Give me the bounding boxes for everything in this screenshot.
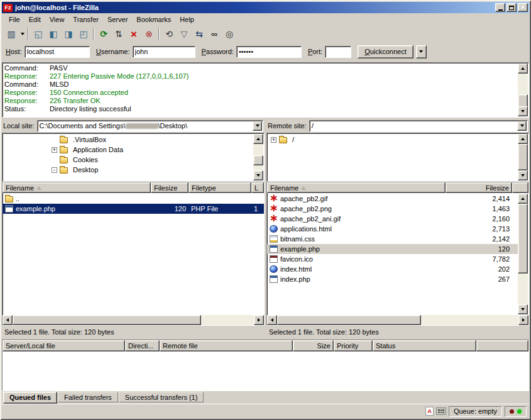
quickconnect-dropdown-button[interactable] bbox=[416, 45, 427, 58]
scroll-up-button[interactable] bbox=[253, 134, 263, 144]
file-row[interactable]: index.php267 bbox=[267, 274, 518, 284]
reconnect-button[interactable] bbox=[161, 27, 177, 41]
file-row-selected[interactable]: example.php 120 PHP File 1 bbox=[3, 204, 264, 214]
scroll-up-button[interactable] bbox=[518, 194, 528, 204]
local-site-combo[interactable]: C:\Documents and Settings\\Desktop\ bbox=[37, 120, 263, 132]
host-input[interactable] bbox=[25, 46, 90, 58]
remote-status-text: Selected 1 file. Total size: 120 bytes bbox=[266, 326, 529, 338]
password-input[interactable] bbox=[236, 46, 302, 58]
file-row[interactable]: applications.html2,713 bbox=[267, 224, 518, 234]
tree-item[interactable]: -Desktop bbox=[4, 165, 253, 175]
file-row[interactable]: apache_pb2_ani.gif2,160 bbox=[267, 214, 518, 224]
site-manager-dropdown[interactable] bbox=[19, 27, 26, 41]
scrollbar-thumb[interactable] bbox=[13, 315, 201, 325]
menu-bookmarks[interactable]: Bookmarks bbox=[132, 14, 175, 25]
remote-site-combo[interactable]: / bbox=[309, 120, 528, 132]
column-filesize[interactable]: Filesize bbox=[151, 182, 189, 193]
toggle-remote-tree-button[interactable] bbox=[61, 27, 76, 41]
tree-toggle[interactable]: + bbox=[52, 147, 57, 153]
column-filetype[interactable]: Filetype bbox=[189, 182, 251, 193]
scroll-down-button[interactable] bbox=[518, 106, 528, 116]
toggle-message-log-button[interactable] bbox=[31, 27, 46, 41]
close-button[interactable]: × bbox=[518, 3, 528, 12]
scrollbar-thumb[interactable] bbox=[518, 144, 528, 170]
remote-tree-scrollbar[interactable] bbox=[518, 134, 528, 180]
tree-item[interactable]: +/ bbox=[268, 135, 517, 145]
scroll-down-button[interactable] bbox=[518, 304, 528, 314]
file-row[interactable]: .. bbox=[3, 194, 264, 204]
username-input[interactable] bbox=[133, 46, 195, 58]
maximize-button[interactable] bbox=[506, 3, 517, 12]
scrollbar-thumb[interactable] bbox=[518, 204, 528, 274]
remote-site-dropdown[interactable] bbox=[517, 121, 527, 131]
scroll-up-button[interactable] bbox=[518, 64, 528, 74]
file-row[interactable]: bitnami.css2,142 bbox=[267, 234, 518, 244]
file-row[interactable]: apache_pb2.gif2,414 bbox=[267, 194, 518, 204]
toggle-queue-button[interactable] bbox=[76, 27, 91, 41]
remote-tree-icon bbox=[64, 30, 72, 38]
tree-item[interactable]: .VirtualBox bbox=[4, 135, 253, 145]
log-line: Command:PASV bbox=[4, 64, 517, 72]
remote-horizontal-scrollbar[interactable] bbox=[267, 315, 528, 325]
remote-files-pane: Filename Filesize apache_pb2.gif2,414 ap… bbox=[266, 182, 529, 338]
folder-icon bbox=[5, 196, 13, 202]
scroll-left-button[interactable] bbox=[3, 315, 13, 325]
column-status[interactable]: Status bbox=[373, 340, 476, 351]
scroll-up-button[interactable] bbox=[518, 134, 528, 144]
scroll-right-button[interactable] bbox=[254, 315, 264, 325]
tab-queued-files[interactable]: Queued files bbox=[3, 392, 57, 404]
toggle-local-tree-button[interactable] bbox=[46, 27, 61, 41]
menu-server[interactable]: Server bbox=[103, 14, 132, 25]
tree-item[interactable]: +Application Data bbox=[4, 145, 253, 155]
menu-help[interactable]: Help bbox=[175, 14, 199, 25]
file-row[interactable]: index.html202 bbox=[267, 264, 518, 274]
local-site-dropdown[interactable] bbox=[253, 121, 262, 131]
compare-button[interactable] bbox=[192, 27, 207, 41]
file-row-selected[interactable]: example.php120 bbox=[267, 244, 518, 254]
queue-body[interactable] bbox=[3, 351, 528, 390]
scroll-left-button[interactable] bbox=[267, 315, 277, 325]
column-filesize[interactable]: Filesize bbox=[446, 182, 512, 193]
find-button[interactable] bbox=[222, 27, 237, 41]
column-filename[interactable]: Filename bbox=[3, 182, 151, 193]
scroll-right-button[interactable] bbox=[518, 315, 528, 325]
log-scrollbar[interactable] bbox=[518, 64, 528, 116]
tree-item[interactable]: Cookies bbox=[4, 155, 253, 165]
quickconnect-button[interactable]: Quickconnect bbox=[358, 45, 413, 58]
column-priority[interactable]: Priority bbox=[334, 340, 373, 351]
tree-toggle[interactable]: - bbox=[52, 167, 57, 173]
local-horizontal-scrollbar[interactable] bbox=[3, 315, 264, 325]
column-direction[interactable]: Directi... bbox=[125, 340, 160, 351]
scroll-down-button[interactable] bbox=[518, 170, 528, 180]
column-size[interactable]: Size bbox=[293, 340, 334, 351]
scrollbar-thumb[interactable] bbox=[277, 315, 421, 325]
refresh-button[interactable] bbox=[96, 27, 111, 41]
process-queue-button[interactable] bbox=[111, 27, 126, 41]
disconnect-button[interactable] bbox=[141, 27, 156, 41]
menu-view[interactable]: View bbox=[45, 14, 69, 25]
filter-button[interactable] bbox=[177, 27, 192, 41]
menu-file[interactable]: File bbox=[4, 14, 25, 25]
local-tree-scrollbar[interactable] bbox=[253, 134, 263, 180]
site-manager-button[interactable] bbox=[4, 27, 19, 41]
remote-list-scrollbar[interactable] bbox=[518, 194, 528, 314]
arrow-right-icon bbox=[522, 318, 525, 322]
scroll-down-button[interactable] bbox=[253, 170, 263, 180]
synchronized-browsing-button[interactable] bbox=[207, 27, 222, 41]
tab-failed-transfers[interactable]: Failed transfers bbox=[58, 392, 118, 402]
port-input[interactable] bbox=[325, 46, 351, 58]
column-lastmodified[interactable]: L bbox=[251, 182, 264, 193]
menu-edit[interactable]: Edit bbox=[25, 14, 45, 25]
menu-transfer[interactable]: Transfer bbox=[68, 14, 103, 25]
file-row[interactable]: favicon.ico7,782 bbox=[267, 254, 518, 264]
column-server-local-file[interactable]: Server/Local file bbox=[3, 340, 125, 351]
column-filename[interactable]: Filename bbox=[267, 182, 446, 193]
tab-successful-transfers[interactable]: Successful transfers (1) bbox=[119, 392, 204, 402]
file-row[interactable]: apache_pb2.png1,463 bbox=[267, 204, 518, 214]
minimize-button[interactable] bbox=[495, 3, 505, 12]
tree-toggle[interactable]: + bbox=[271, 137, 276, 143]
scrollbar-thumb[interactable] bbox=[253, 155, 263, 165]
cancel-button[interactable] bbox=[126, 27, 141, 41]
titlebar: Fz john@localhost - FileZilla × bbox=[2, 2, 529, 13]
column-remote-file[interactable]: Remote file bbox=[160, 340, 293, 351]
